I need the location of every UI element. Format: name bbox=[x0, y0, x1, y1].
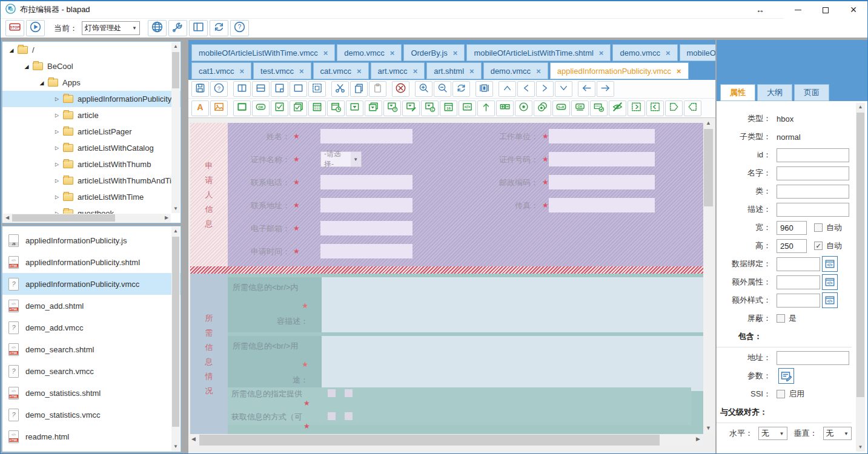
tab-demo.vmcc[interactable]: demo.vmcc× bbox=[337, 44, 402, 61]
expand-icon[interactable]: ▷ bbox=[53, 194, 61, 200]
select-area-button[interactable] bbox=[308, 81, 326, 97]
file-item-demo_search.shtml[interactable]: </>HTMLdemo_search.shtml bbox=[2, 338, 181, 360]
tab-close-icon[interactable]: × bbox=[536, 67, 541, 76]
scroll-up-icon[interactable]: ▲ bbox=[856, 103, 865, 111]
refresh-button[interactable] bbox=[452, 81, 470, 97]
checkbox[interactable] bbox=[777, 314, 785, 323]
tab-close-icon[interactable]: × bbox=[390, 48, 395, 58]
file-item[interactable] bbox=[2, 447, 181, 452]
prop-input[interactable] bbox=[777, 275, 820, 289]
form-textarea-field[interactable] bbox=[322, 277, 703, 332]
tab-demo.vmcc[interactable]: demo.vmcc× bbox=[483, 62, 548, 79]
tab-属性[interactable]: 属性 bbox=[720, 84, 755, 101]
rect-button[interactable] bbox=[290, 81, 307, 97]
rect-outline-button[interactable] bbox=[233, 100, 251, 116]
help-button[interactable]: ? bbox=[210, 81, 228, 97]
tab-close-icon[interactable]: × bbox=[453, 48, 458, 58]
center-box-button[interactable] bbox=[475, 81, 493, 97]
tree-vscroll-thumb[interactable] bbox=[172, 52, 179, 88]
tab-appliedInformationPublicity.vmcc[interactable]: appliedInformationPublicity.vmcc× bbox=[550, 62, 689, 79]
tab-mobileOfThumbList.vmcc[interactable]: mobileOfThumbList.vmcc× bbox=[680, 44, 715, 61]
dropdown-text-button[interactable]: T bbox=[383, 100, 401, 116]
prop-input[interactable]: 250 bbox=[777, 239, 807, 253]
prop-input[interactable] bbox=[777, 203, 849, 217]
prop-input[interactable] bbox=[777, 294, 820, 308]
scroll-down-icon[interactable]: ▼ bbox=[171, 205, 180, 213]
form-checkbox[interactable] bbox=[328, 412, 336, 420]
scroll-right-icon[interactable]: ▶ bbox=[693, 434, 703, 444]
scroll-left-icon[interactable]: ◀ bbox=[3, 214, 12, 222]
plus-minus-button[interactable] bbox=[496, 100, 514, 116]
scroll-up-icon[interactable]: ▲ bbox=[703, 118, 714, 128]
collapse-icon[interactable]: ◢ bbox=[7, 47, 16, 53]
expand-icon[interactable]: ▷ bbox=[53, 178, 61, 183]
form-textarea-field[interactable] bbox=[322, 336, 703, 391]
form-input-field[interactable] bbox=[320, 198, 412, 212]
tab-OrderBy.js[interactable]: OrderBy.js× bbox=[403, 44, 465, 61]
form-checkbox[interactable] bbox=[328, 389, 336, 397]
layout-button[interactable] bbox=[189, 20, 208, 36]
delete-button[interactable] bbox=[392, 81, 409, 97]
list-vscroll-thumb[interactable] bbox=[172, 237, 179, 427]
form-input-field[interactable] bbox=[320, 129, 412, 143]
tree-item-articleListWithThumb[interactable]: ▷articleListWithThumb bbox=[2, 156, 181, 173]
tree-item-appliedInformationPublicity[interactable]: ▷appliedInformationPublicity bbox=[2, 91, 181, 107]
list-vertical-scrollbar[interactable]: ▲ ▼ bbox=[171, 227, 180, 451]
form-input-field[interactable] bbox=[549, 152, 655, 166]
file-item-demo_search.vmcc[interactable]: ?demo_search.vmcc bbox=[2, 360, 181, 382]
tab-mobileOfArticleListWithTime.vmcc[interactable]: mobileOfArticleListWithTime.vmcc× bbox=[191, 44, 335, 61]
checkbox-group-button[interactable] bbox=[290, 100, 307, 116]
form-select-field[interactable]: -请选择-▼ bbox=[320, 151, 362, 167]
expand-icon[interactable]: ▷ bbox=[53, 145, 61, 151]
calendar-button[interactable] bbox=[308, 100, 326, 116]
wrench-button[interactable] bbox=[168, 20, 187, 36]
tab-mobileOfArticleListWithTime.shtml[interactable]: mobileOfArticleListWithTime.shtml× bbox=[466, 44, 611, 61]
form-input-field[interactable] bbox=[549, 175, 655, 189]
tree-item-BeCool[interactable]: ◢BeCool bbox=[2, 58, 181, 74]
dropdown-button[interactable] bbox=[346, 100, 363, 116]
collapse-icon[interactable]: ◢ bbox=[38, 80, 46, 86]
form-checkbox[interactable] bbox=[345, 389, 353, 397]
scroll-down-icon[interactable]: ▼ bbox=[703, 423, 714, 433]
tree-item-Apps[interactable]: ◢Apps bbox=[2, 74, 181, 91]
prop-input[interactable] bbox=[777, 257, 820, 271]
message-check-button[interactable] bbox=[590, 100, 608, 116]
tab-close-icon[interactable]: × bbox=[677, 67, 681, 76]
cut-button[interactable] bbox=[331, 81, 349, 97]
close-button[interactable]: × bbox=[840, 1, 867, 19]
expand-icon[interactable]: ▷ bbox=[53, 96, 61, 102]
upload-button[interactable] bbox=[477, 100, 495, 116]
date-16-button[interactable]: 16 bbox=[440, 100, 457, 116]
ok-small-button[interactable]: OK bbox=[571, 100, 589, 116]
checkbox-button[interactable] bbox=[271, 100, 288, 116]
maximize-button[interactable] bbox=[812, 1, 840, 19]
hide-eye-button[interactable] bbox=[609, 100, 626, 116]
file-item-demo_add.shtml[interactable]: </>HTMLdemo_add.shtml bbox=[2, 295, 181, 317]
image-button[interactable] bbox=[210, 100, 228, 116]
file-item-readme.html[interactable]: </>HTMLreadme.html bbox=[2, 426, 181, 447]
tree-hscroll-thumb[interactable] bbox=[12, 214, 115, 222]
code-button[interactable]: </> bbox=[459, 100, 476, 116]
checkbox[interactable] bbox=[777, 390, 785, 398]
arrow-left-button[interactable] bbox=[578, 81, 595, 97]
canvas-hscroll-thumb[interactable] bbox=[199, 435, 660, 446]
form-input-field[interactable] bbox=[549, 129, 655, 143]
scroll-right-icon[interactable]: ▶ bbox=[162, 214, 171, 222]
dropdown-link-button[interactable] bbox=[402, 100, 420, 116]
text-button[interactable]: A bbox=[191, 100, 209, 116]
tab-test.vmcc[interactable]: test.vmcc× bbox=[253, 62, 311, 79]
chevron-right-button[interactable] bbox=[536, 81, 554, 97]
checkbox[interactable] bbox=[814, 223, 823, 232]
code-editor-button[interactable]: </> bbox=[822, 256, 838, 272]
canvas-vertical-scrollbar[interactable]: ▲ ▼ bbox=[703, 118, 714, 433]
calendar-time-button[interactable] bbox=[327, 100, 345, 116]
tab-close-icon[interactable]: × bbox=[299, 67, 304, 76]
split-vertical-button[interactable] bbox=[233, 81, 251, 97]
align-v-select[interactable]: 无▼ bbox=[823, 427, 852, 440]
dropdown-copy-button[interactable]: C bbox=[421, 100, 439, 116]
tab-cat1.vmcc[interactable]: cat1.vmcc× bbox=[191, 62, 251, 79]
file-item-demo_statistics.shtml[interactable]: </>HTMLdemo_statistics.shtml bbox=[2, 382, 181, 404]
form-input-field[interactable] bbox=[320, 221, 412, 235]
scroll-up-icon[interactable]: ▲ bbox=[171, 42, 180, 51]
dropdown-group-button[interactable] bbox=[365, 100, 382, 116]
